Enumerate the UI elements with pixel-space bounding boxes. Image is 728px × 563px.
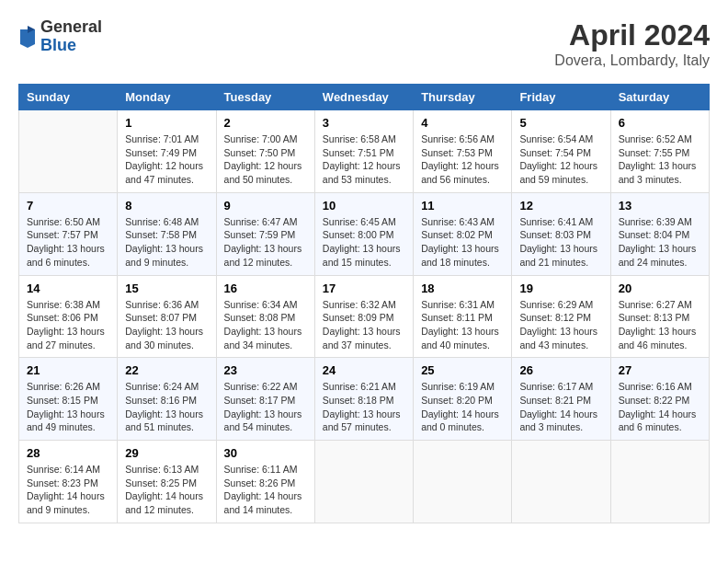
day-number: 14	[27, 282, 109, 295]
day-info: Sunrise: 6:47 AMSunset: 7:59 PMDaylight:…	[224, 215, 307, 270]
weekday-header-saturday: Saturday	[610, 85, 709, 110]
weekday-header-monday: Monday	[118, 85, 216, 110]
calendar-cell: 27Sunrise: 6:16 AMSunset: 8:22 PMDayligh…	[610, 358, 709, 441]
day-info: Sunrise: 6:31 AMSunset: 8:11 PMDaylight:…	[421, 298, 504, 352]
calendar-cell: 4Sunrise: 6:56 AMSunset: 7:53 PMDaylight…	[414, 110, 512, 193]
calendar-week-row: 7Sunrise: 6:50 AMSunset: 7:57 PMDaylight…	[19, 192, 710, 275]
calendar-cell: 26Sunrise: 6:17 AMSunset: 8:21 PMDayligh…	[512, 358, 610, 441]
day-info: Sunrise: 6:19 AMSunset: 8:20 PMDaylight:…	[421, 380, 504, 434]
logo-line2: Blue	[40, 37, 102, 55]
day-number: 3	[323, 116, 405, 130]
calendar-cell: 12Sunrise: 6:41 AMSunset: 8:03 PMDayligh…	[512, 192, 610, 275]
calendar-cell: 17Sunrise: 6:32 AMSunset: 8:09 PMDayligh…	[314, 275, 413, 358]
calendar-cell	[414, 441, 512, 523]
day-info: Sunrise: 7:00 AMSunset: 7:50 PMDaylight:…	[224, 132, 307, 187]
calendar-cell	[512, 441, 610, 523]
day-info: Sunrise: 7:01 AMSunset: 7:49 PMDaylight:…	[125, 132, 208, 187]
calendar-cell	[19, 110, 118, 193]
weekday-row: SundayMondayTuesdayWednesdayThursdayFrid…	[19, 85, 710, 110]
day-info: Sunrise: 6:29 AMSunset: 8:12 PMDaylight:…	[519, 298, 602, 352]
day-number: 25	[421, 363, 504, 377]
day-info: Sunrise: 6:13 AMSunset: 8:25 PMDaylight:…	[125, 463, 208, 517]
day-number: 18	[421, 282, 504, 295]
day-info: Sunrise: 6:11 AMSunset: 8:26 PMDaylight:…	[224, 463, 307, 517]
day-number: 13	[619, 199, 701, 213]
day-number: 11	[421, 199, 504, 213]
day-info: Sunrise: 6:58 AMSunset: 7:51 PMDaylight:…	[323, 132, 405, 187]
location-subtitle: Dovera, Lombardy, Italy	[554, 52, 710, 69]
day-number: 27	[619, 363, 701, 377]
day-info: Sunrise: 6:52 AMSunset: 7:55 PMDaylight:…	[619, 132, 701, 187]
day-info: Sunrise: 6:21 AMSunset: 8:18 PMDaylight:…	[323, 380, 405, 434]
calendar-cell: 24Sunrise: 6:21 AMSunset: 8:18 PMDayligh…	[314, 358, 413, 441]
calendar-week-row: 28Sunrise: 6:14 AMSunset: 8:23 PMDayligh…	[19, 441, 710, 523]
calendar-cell: 9Sunrise: 6:47 AMSunset: 7:59 PMDaylight…	[216, 192, 314, 275]
day-number: 30	[224, 446, 307, 460]
day-number: 26	[519, 363, 602, 377]
calendar-cell: 25Sunrise: 6:19 AMSunset: 8:20 PMDayligh…	[414, 358, 512, 441]
title-block: April 2024 Dovera, Lombardy, Italy	[554, 18, 710, 69]
day-number: 29	[125, 446, 208, 460]
day-info: Sunrise: 6:50 AMSunset: 7:57 PMDaylight:…	[27, 215, 109, 270]
calendar-cell: 19Sunrise: 6:29 AMSunset: 8:12 PMDayligh…	[512, 275, 610, 358]
day-info: Sunrise: 6:14 AMSunset: 8:23 PMDaylight:…	[27, 463, 109, 517]
calendar-cell: 8Sunrise: 6:48 AMSunset: 7:58 PMDaylight…	[118, 192, 216, 275]
day-number: 15	[125, 282, 208, 295]
day-number: 8	[125, 199, 208, 213]
calendar-cell: 10Sunrise: 6:45 AMSunset: 8:00 PMDayligh…	[314, 192, 413, 275]
calendar-cell	[610, 441, 709, 523]
day-info: Sunrise: 6:45 AMSunset: 8:00 PMDaylight:…	[323, 215, 405, 270]
weekday-header-wednesday: Wednesday	[314, 85, 413, 110]
day-info: Sunrise: 6:27 AMSunset: 8:13 PMDaylight:…	[619, 298, 701, 352]
calendar-cell: 15Sunrise: 6:36 AMSunset: 8:07 PMDayligh…	[118, 275, 216, 358]
day-info: Sunrise: 6:22 AMSunset: 8:17 PMDaylight:…	[224, 380, 307, 434]
day-info: Sunrise: 6:54 AMSunset: 7:54 PMDaylight:…	[519, 132, 602, 187]
day-number: 5	[519, 116, 602, 130]
day-number: 4	[421, 116, 504, 130]
day-info: Sunrise: 6:43 AMSunset: 8:02 PMDaylight:…	[421, 215, 504, 270]
day-number: 9	[224, 199, 307, 213]
day-number: 19	[519, 282, 602, 295]
logo: General Blue	[18, 18, 102, 55]
weekday-header-sunday: Sunday	[19, 85, 118, 110]
day-number: 16	[224, 282, 307, 295]
calendar-week-row: 14Sunrise: 6:38 AMSunset: 8:06 PMDayligh…	[19, 275, 710, 358]
day-info: Sunrise: 6:38 AMSunset: 8:06 PMDaylight:…	[27, 298, 109, 352]
calendar-body: 1Sunrise: 7:01 AMSunset: 7:49 PMDaylight…	[19, 110, 710, 523]
calendar-cell: 21Sunrise: 6:26 AMSunset: 8:15 PMDayligh…	[19, 358, 118, 441]
day-number: 10	[323, 199, 405, 213]
day-number: 21	[27, 363, 109, 377]
calendar-cell: 1Sunrise: 7:01 AMSunset: 7:49 PMDaylight…	[118, 110, 216, 193]
day-info: Sunrise: 6:39 AMSunset: 8:04 PMDaylight:…	[619, 215, 701, 270]
calendar-cell: 22Sunrise: 6:24 AMSunset: 8:16 PMDayligh…	[118, 358, 216, 441]
month-year-title: April 2024	[554, 18, 710, 52]
calendar-cell: 13Sunrise: 6:39 AMSunset: 8:04 PMDayligh…	[610, 192, 709, 275]
page-header: General Blue April 2024 Dovera, Lombardy…	[18, 18, 710, 69]
logo-line1: General	[40, 18, 102, 37]
day-number: 24	[323, 363, 405, 377]
calendar-cell: 6Sunrise: 6:52 AMSunset: 7:55 PMDaylight…	[610, 110, 709, 193]
day-info: Sunrise: 6:48 AMSunset: 7:58 PMDaylight:…	[125, 215, 208, 270]
day-number: 28	[27, 446, 109, 460]
logo-text: General Blue	[40, 18, 102, 55]
day-info: Sunrise: 6:16 AMSunset: 8:22 PMDaylight:…	[619, 380, 701, 434]
calendar-table: SundayMondayTuesdayWednesdayThursdayFrid…	[18, 84, 710, 523]
calendar-week-row: 1Sunrise: 7:01 AMSunset: 7:49 PMDaylight…	[19, 110, 710, 193]
calendar-cell	[314, 441, 413, 523]
day-info: Sunrise: 6:36 AMSunset: 8:07 PMDaylight:…	[125, 298, 208, 352]
day-info: Sunrise: 6:41 AMSunset: 8:03 PMDaylight:…	[519, 215, 602, 270]
day-info: Sunrise: 6:17 AMSunset: 8:21 PMDaylight:…	[519, 380, 602, 434]
day-number: 6	[619, 116, 701, 130]
weekday-header-thursday: Thursday	[414, 85, 512, 110]
day-number: 23	[224, 363, 307, 377]
calendar-cell: 29Sunrise: 6:13 AMSunset: 8:25 PMDayligh…	[118, 441, 216, 523]
calendar-cell: 18Sunrise: 6:31 AMSunset: 8:11 PMDayligh…	[414, 275, 512, 358]
calendar-cell: 20Sunrise: 6:27 AMSunset: 8:13 PMDayligh…	[610, 275, 709, 358]
day-number: 22	[125, 363, 208, 377]
calendar-cell: 5Sunrise: 6:54 AMSunset: 7:54 PMDaylight…	[512, 110, 610, 193]
calendar-week-row: 21Sunrise: 6:26 AMSunset: 8:15 PMDayligh…	[19, 358, 710, 441]
day-number: 2	[224, 116, 307, 130]
calendar-cell: 28Sunrise: 6:14 AMSunset: 8:23 PMDayligh…	[19, 441, 118, 523]
calendar-cell: 16Sunrise: 6:34 AMSunset: 8:08 PMDayligh…	[216, 275, 314, 358]
day-info: Sunrise: 6:24 AMSunset: 8:16 PMDaylight:…	[125, 380, 208, 434]
